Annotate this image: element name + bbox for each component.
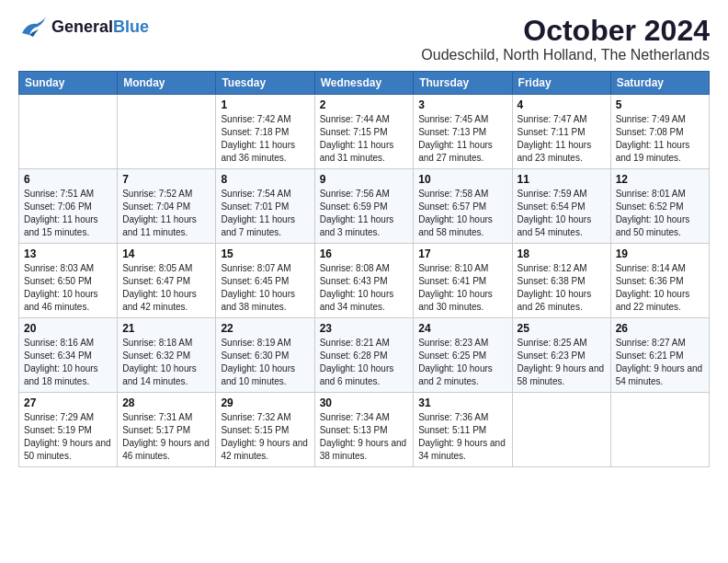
table-row: 21Sunrise: 8:18 AM Sunset: 6:32 PM Dayli…: [118, 318, 216, 393]
col-saturday: Saturday: [610, 72, 709, 95]
day-number: 2: [320, 98, 409, 111]
table-row: 9Sunrise: 7:56 AM Sunset: 6:59 PM Daylig…: [314, 169, 414, 244]
day-detail: Sunrise: 7:45 AM Sunset: 7:13 PM Dayligh…: [418, 113, 506, 165]
page: GeneralBlue October 2024 Oudeschild, Nor…: [0, 0, 728, 477]
table-row: 12Sunrise: 8:01 AM Sunset: 6:52 PM Dayli…: [610, 169, 709, 244]
logo-blue: Blue: [113, 17, 149, 36]
day-detail: Sunrise: 8:12 AM Sunset: 6:38 PM Dayligh…: [518, 262, 606, 314]
calendar-subtitle: Oudeschild, North Holland, The Netherlan…: [421, 47, 710, 63]
day-detail: Sunrise: 7:51 AM Sunset: 7:06 PM Dayligh…: [24, 188, 112, 239]
table-row: 30Sunrise: 7:34 AM Sunset: 5:13 PM Dayli…: [314, 393, 414, 467]
day-detail: Sunrise: 8:25 AM Sunset: 6:23 PM Dayligh…: [518, 337, 606, 388]
day-detail: Sunrise: 8:01 AM Sunset: 6:52 PM Dayligh…: [616, 188, 704, 239]
table-row: 11Sunrise: 7:59 AM Sunset: 6:54 PM Dayli…: [512, 169, 610, 244]
calendar-table: Sunday Monday Tuesday Wednesday Thursday…: [18, 71, 710, 467]
table-row: 27Sunrise: 7:29 AM Sunset: 5:19 PM Dayli…: [19, 393, 118, 467]
logo-general: General: [51, 17, 113, 36]
calendar-body: 1Sunrise: 7:42 AM Sunset: 7:18 PM Daylig…: [19, 95, 710, 467]
logo: GeneralBlue: [18, 15, 149, 40]
table-row: 20Sunrise: 8:16 AM Sunset: 6:34 PM Dayli…: [19, 318, 118, 393]
logo-bird-icon: [18, 15, 48, 40]
day-detail: Sunrise: 8:07 AM Sunset: 6:45 PM Dayligh…: [221, 262, 309, 314]
day-detail: Sunrise: 7:44 AM Sunset: 7:15 PM Dayligh…: [320, 113, 409, 165]
day-number: 7: [122, 173, 210, 186]
day-detail: Sunrise: 7:52 AM Sunset: 7:04 PM Dayligh…: [122, 188, 210, 239]
day-number: 26: [616, 322, 704, 335]
day-detail: Sunrise: 8:27 AM Sunset: 6:21 PM Dayligh…: [616, 337, 704, 388]
table-row: [512, 393, 610, 467]
header: GeneralBlue October 2024 Oudeschild, Nor…: [18, 15, 710, 63]
table-row: 14Sunrise: 8:05 AM Sunset: 6:47 PM Dayli…: [118, 244, 216, 318]
day-detail: Sunrise: 7:47 AM Sunset: 7:11 PM Dayligh…: [518, 113, 606, 165]
col-friday: Friday: [512, 72, 610, 95]
table-row: 4Sunrise: 7:47 AM Sunset: 7:11 PM Daylig…: [512, 95, 610, 169]
table-row: 6Sunrise: 7:51 AM Sunset: 7:06 PM Daylig…: [19, 169, 118, 244]
day-number: 29: [221, 396, 309, 409]
day-number: 5: [616, 98, 704, 111]
day-number: 24: [418, 322, 506, 335]
table-row: 3Sunrise: 7:45 AM Sunset: 7:13 PM Daylig…: [414, 95, 512, 169]
day-detail: Sunrise: 7:58 AM Sunset: 6:57 PM Dayligh…: [418, 188, 506, 239]
day-detail: Sunrise: 8:05 AM Sunset: 6:47 PM Dayligh…: [122, 262, 210, 314]
day-detail: Sunrise: 7:59 AM Sunset: 6:54 PM Dayligh…: [518, 188, 606, 239]
day-detail: Sunrise: 8:19 AM Sunset: 6:30 PM Dayligh…: [221, 337, 309, 388]
col-monday: Monday: [118, 72, 216, 95]
day-number: 13: [24, 247, 112, 260]
day-number: 9: [320, 173, 409, 186]
day-detail: Sunrise: 7:36 AM Sunset: 5:11 PM Dayligh…: [418, 411, 506, 463]
table-row: 18Sunrise: 8:12 AM Sunset: 6:38 PM Dayli…: [512, 244, 610, 318]
day-number: 4: [518, 98, 606, 111]
day-number: 3: [418, 98, 506, 111]
day-number: 23: [320, 322, 409, 335]
day-detail: Sunrise: 7:31 AM Sunset: 5:17 PM Dayligh…: [122, 411, 210, 463]
table-row: 25Sunrise: 8:25 AM Sunset: 6:23 PM Dayli…: [512, 318, 610, 393]
day-detail: Sunrise: 8:14 AM Sunset: 6:36 PM Dayligh…: [616, 262, 704, 314]
table-row: 22Sunrise: 8:19 AM Sunset: 6:30 PM Dayli…: [216, 318, 314, 393]
table-row: 19Sunrise: 8:14 AM Sunset: 6:36 PM Dayli…: [610, 244, 709, 318]
day-number: 18: [518, 247, 606, 260]
table-row: 8Sunrise: 7:54 AM Sunset: 7:01 PM Daylig…: [216, 169, 314, 244]
col-wednesday: Wednesday: [314, 72, 414, 95]
table-row: 5Sunrise: 7:49 AM Sunset: 7:08 PM Daylig…: [610, 95, 709, 169]
day-detail: Sunrise: 8:10 AM Sunset: 6:41 PM Dayligh…: [418, 262, 506, 314]
day-detail: Sunrise: 7:54 AM Sunset: 7:01 PM Dayligh…: [221, 188, 309, 239]
table-row: 16Sunrise: 8:08 AM Sunset: 6:43 PM Dayli…: [314, 244, 414, 318]
table-row: 26Sunrise: 8:27 AM Sunset: 6:21 PM Dayli…: [610, 318, 709, 393]
day-detail: Sunrise: 7:32 AM Sunset: 5:15 PM Dayligh…: [221, 411, 309, 463]
day-detail: Sunrise: 7:56 AM Sunset: 6:59 PM Dayligh…: [320, 188, 409, 239]
table-row: 7Sunrise: 7:52 AM Sunset: 7:04 PM Daylig…: [118, 169, 216, 244]
day-number: 31: [418, 396, 506, 409]
table-row: 31Sunrise: 7:36 AM Sunset: 5:11 PM Dayli…: [414, 393, 512, 467]
day-number: 20: [24, 322, 112, 335]
day-number: 14: [122, 247, 210, 260]
day-number: 22: [221, 322, 309, 335]
title-block: October 2024 Oudeschild, North Holland, …: [421, 15, 710, 63]
day-number: 21: [122, 322, 210, 335]
day-detail: Sunrise: 8:21 AM Sunset: 6:28 PM Dayligh…: [320, 337, 409, 388]
day-number: 10: [418, 173, 506, 186]
table-row: 13Sunrise: 8:03 AM Sunset: 6:50 PM Dayli…: [19, 244, 118, 318]
day-number: 12: [616, 173, 704, 186]
day-detail: Sunrise: 7:34 AM Sunset: 5:13 PM Dayligh…: [320, 411, 409, 463]
day-detail: Sunrise: 8:16 AM Sunset: 6:34 PM Dayligh…: [24, 337, 112, 388]
table-row: [610, 393, 709, 467]
day-number: 16: [320, 247, 409, 260]
day-number: 6: [24, 173, 112, 186]
day-number: 27: [24, 396, 112, 409]
table-row: 2Sunrise: 7:44 AM Sunset: 7:15 PM Daylig…: [314, 95, 414, 169]
table-row: 28Sunrise: 7:31 AM Sunset: 5:17 PM Dayli…: [118, 393, 216, 467]
day-number: 28: [122, 396, 210, 409]
day-detail: Sunrise: 7:29 AM Sunset: 5:19 PM Dayligh…: [24, 411, 112, 463]
day-number: 8: [221, 173, 309, 186]
day-detail: Sunrise: 8:18 AM Sunset: 6:32 PM Dayligh…: [122, 337, 210, 388]
day-number: 17: [418, 247, 506, 260]
calendar-title: October 2024: [421, 15, 710, 47]
day-detail: Sunrise: 7:49 AM Sunset: 7:08 PM Dayligh…: [616, 113, 704, 165]
table-row: 23Sunrise: 8:21 AM Sunset: 6:28 PM Dayli…: [314, 318, 414, 393]
col-tuesday: Tuesday: [216, 72, 314, 95]
table-row: 29Sunrise: 7:32 AM Sunset: 5:15 PM Dayli…: [216, 393, 314, 467]
table-row: [118, 95, 216, 169]
table-row: [19, 95, 118, 169]
table-row: 1Sunrise: 7:42 AM Sunset: 7:18 PM Daylig…: [216, 95, 314, 169]
col-thursday: Thursday: [414, 72, 512, 95]
